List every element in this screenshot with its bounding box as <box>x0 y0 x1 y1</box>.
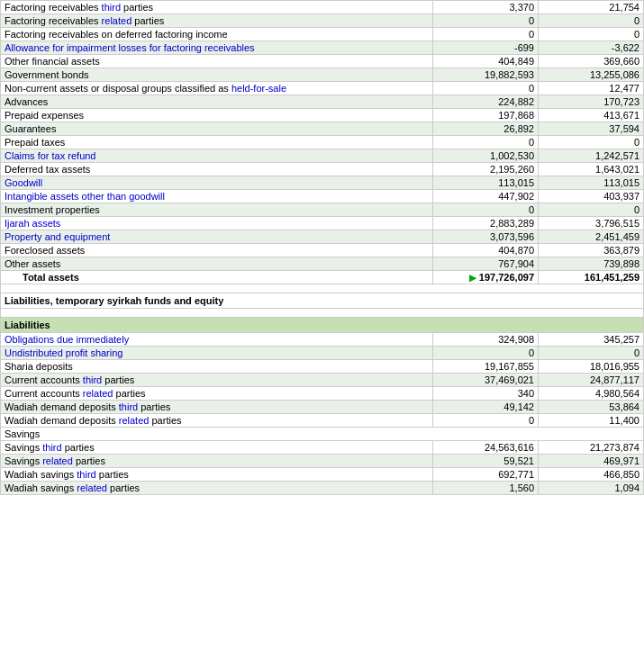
table-row: Guarantees26,89237,594 <box>1 122 644 136</box>
row-label: Guarantees <box>1 122 433 136</box>
table-row: Investment properties00 <box>1 203 644 217</box>
value-1: 2,883,289 <box>433 217 539 230</box>
table-row: Savings related parties59,521469,971 <box>1 455 644 468</box>
value-2: 1,242,571 <box>539 149 644 163</box>
empty-row <box>1 309 644 318</box>
row-label: Factoring receivables on deferred factor… <box>1 28 433 41</box>
value-2: 403,937 <box>539 190 644 203</box>
row-label: Goodwill <box>1 176 433 190</box>
value-1: 197,868 <box>433 109 539 122</box>
row-label: Non-current assets or disposal groups cl… <box>1 82 433 95</box>
value-1: 692,771 <box>433 468 539 482</box>
row-label: Obligations due immediately <box>1 333 433 347</box>
row-label: Wadiah demand deposits third parties <box>1 401 433 414</box>
value-2: 3,796,515 <box>539 217 644 230</box>
value-2: 0 <box>539 136 644 149</box>
financial-table: Factoring receivables third parties3,370… <box>0 0 644 495</box>
value-1: 1,002,530 <box>433 149 539 163</box>
value-2: 0 <box>539 203 644 217</box>
table-row: Savings third parties24,563,61621,273,87… <box>1 441 644 455</box>
value-2: 413,671 <box>539 109 644 122</box>
table-row: Wadiah demand deposits third parties49,1… <box>1 401 644 414</box>
value-1: 767,904 <box>433 257 539 271</box>
row-label: Investment properties <box>1 203 433 217</box>
row-label: Other assets <box>1 257 433 271</box>
table-row: Wadiah savings third parties692,771466,8… <box>1 468 644 482</box>
value-2: 11,400 <box>539 414 644 428</box>
table-row: Advances224,882170,723 <box>1 95 644 109</box>
table-row: Factoring receivables related parties00 <box>1 14 644 28</box>
row-label: Current accounts third parties <box>1 374 433 387</box>
value-1: 324,908 <box>433 333 539 347</box>
value-2: 37,594 <box>539 122 644 136</box>
table-row: Total assets▶ 197,726,097161,451,259 <box>1 271 644 284</box>
row-label: Wadiah savings related parties <box>1 482 433 495</box>
value-1: 1,560 <box>433 482 539 495</box>
table-row: Factoring receivables third parties3,370… <box>1 1 644 14</box>
value-1: 49,142 <box>433 401 539 414</box>
row-label: Allowance for impairment losses for fact… <box>1 41 433 55</box>
value-2: 21,273,874 <box>539 441 644 455</box>
value-2: 53,864 <box>539 401 644 414</box>
value-2: 24,877,117 <box>539 374 644 387</box>
value-1: 19,167,855 <box>433 360 539 374</box>
row-label: Current accounts related parties <box>1 387 433 401</box>
value-1: -699 <box>433 41 539 55</box>
row-label: Deferred tax assets <box>1 163 433 176</box>
value-2: 345,257 <box>539 333 644 347</box>
table-row: Non-current assets or disposal groups cl… <box>1 82 644 95</box>
value-2: 21,754 <box>539 1 644 14</box>
table-row: Wadiah savings related parties1,5601,094 <box>1 482 644 495</box>
row-label: Property and equipment <box>1 230 433 244</box>
value-1: 0 <box>433 203 539 217</box>
value-1: 0 <box>433 414 539 428</box>
liabilities-header-row: Liabilities, temporary syirkah funds and… <box>1 293 644 309</box>
value-2: 0 <box>539 28 644 41</box>
value-1: 24,563,616 <box>433 441 539 455</box>
table-row: Current accounts related parties3404,980… <box>1 387 644 401</box>
row-label: Wadiah demand deposits related parties <box>1 414 433 428</box>
value-2: 4,980,564 <box>539 387 644 401</box>
table-row: Current accounts third parties37,469,021… <box>1 374 644 387</box>
value-2: 113,015 <box>539 176 644 190</box>
value-1: 26,892 <box>433 122 539 136</box>
value-1: 2,195,260 <box>433 163 539 176</box>
value-1: 113,015 <box>433 176 539 190</box>
value-2: 1,643,021 <box>539 163 644 176</box>
value-1: ▶ 197,726,097 <box>433 271 539 284</box>
value-2: 12,477 <box>539 82 644 95</box>
value-2: 0 <box>539 347 644 360</box>
value-1: 0 <box>433 136 539 149</box>
row-label: Intangible assets other than goodwill <box>1 190 433 203</box>
value-2: -3,622 <box>539 41 644 55</box>
row-label: Foreclosed assets <box>1 244 433 257</box>
table-row: Allowance for impairment losses for fact… <box>1 41 644 55</box>
value-2: 369,660 <box>539 55 644 68</box>
row-label: Other financial assets <box>1 55 433 68</box>
value-1: 37,469,021 <box>433 374 539 387</box>
value-1: 404,849 <box>433 55 539 68</box>
value-1: 59,521 <box>433 455 539 468</box>
table-row: Factoring receivables on deferred factor… <box>1 28 644 41</box>
table-row: Deferred tax assets2,195,2601,643,021 <box>1 163 644 176</box>
value-2: 469,971 <box>539 455 644 468</box>
value-1: 0 <box>433 347 539 360</box>
row-label: Sharia deposits <box>1 360 433 374</box>
table-row: Prepaid expenses197,868413,671 <box>1 109 644 122</box>
table-row: Undistributed profit sharing00 <box>1 347 644 360</box>
value-2: 1,094 <box>539 482 644 495</box>
table-row: Property and equipment3,073,5962,451,459 <box>1 230 644 244</box>
row-label: Savings related parties <box>1 455 433 468</box>
value-2: 363,879 <box>539 244 644 257</box>
value-1: 0 <box>433 82 539 95</box>
table-row: Ijarah assets2,883,2893,796,515 <box>1 217 644 230</box>
value-2: 466,850 <box>539 468 644 482</box>
value-1: 0 <box>433 14 539 28</box>
table-row: Intangible assets other than goodwill447… <box>1 190 644 203</box>
value-2: 13,255,086 <box>539 68 644 82</box>
row-label: Claims for tax refund <box>1 149 433 163</box>
value-1: 3,370 <box>433 1 539 14</box>
value-2: 170,723 <box>539 95 644 109</box>
value-1: 224,882 <box>433 95 539 109</box>
value-2: 0 <box>539 14 644 28</box>
